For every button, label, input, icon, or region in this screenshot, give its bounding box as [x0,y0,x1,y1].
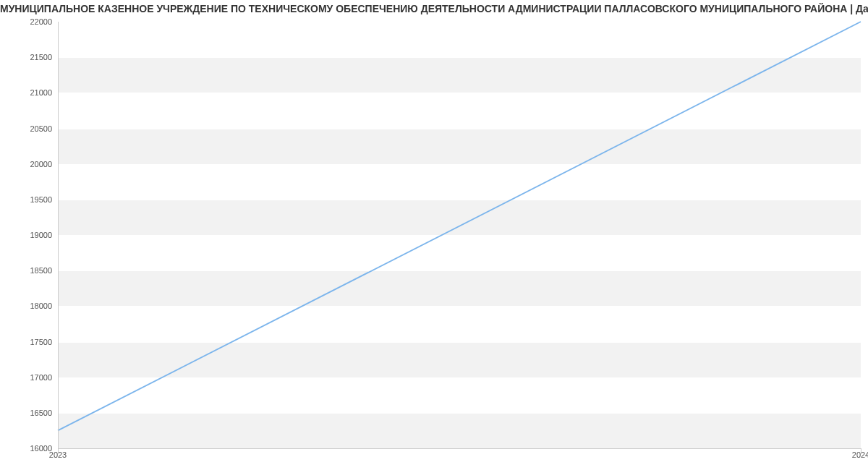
y-tick-label: 21500 [30,53,52,61]
y-tick-label: 17500 [30,338,52,346]
y-tick-label: 22000 [30,17,52,26]
chart-container: МУНИЦИПАЛЬНОЕ КАЗЕННОЕ УЧРЕЖДЕНИЕ ПО ТЕХ… [0,0,868,470]
y-tick-label: 20500 [30,124,52,133]
y-tick-label: 18000 [30,302,52,310]
x-tick-mark [861,448,861,453]
y-tick-label: 21000 [30,88,52,97]
y-tick-label: 18500 [30,266,52,275]
y-axis-line [58,22,59,448]
y-tick-label: 19500 [30,195,52,204]
y-tick-label: 16500 [30,409,52,417]
line-series [58,22,861,448]
y-tick-label: 20000 [30,160,52,168]
x-tick-mark [58,448,59,453]
x-axis-line [58,448,861,449]
x-tick-label: 2024 [852,450,868,459]
y-tick-label: 17000 [30,373,52,382]
y-tick-label: 19000 [30,231,52,239]
series-line [58,22,861,430]
chart-title: МУНИЦИПАЛЬНОЕ КАЗЕННОЕ УЧРЕЖДЕНИЕ ПО ТЕХ… [0,3,868,14]
plot-area [58,22,861,448]
